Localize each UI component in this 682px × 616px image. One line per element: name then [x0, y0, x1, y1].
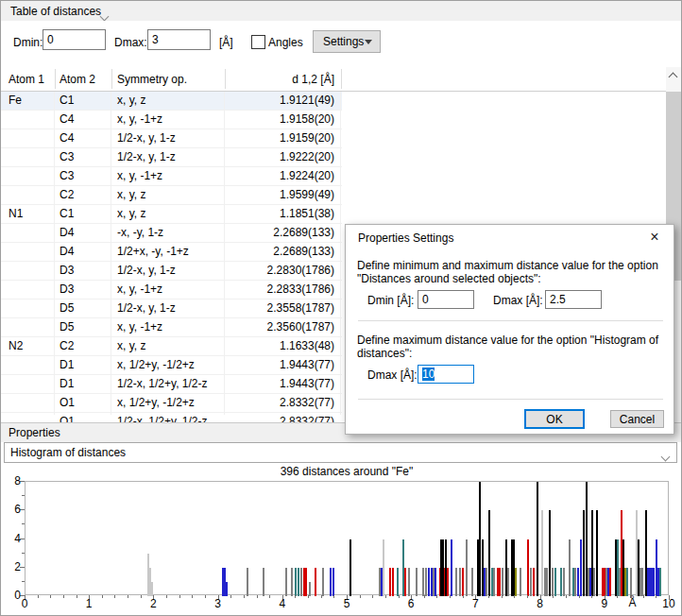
table-row[interactable]: D4-x, -y, 1-z2.2689(133) — [1, 224, 342, 243]
table-cell: 1.1633(48) — [225, 339, 334, 352]
histogram-bar — [583, 510, 585, 596]
histogram-bar — [462, 568, 464, 596]
x-tick-label: 10 — [659, 597, 678, 610]
table-cell: N2 — [9, 339, 51, 352]
table-cell: 1.9599(49) — [225, 188, 334, 201]
col-header-atom2[interactable]: Atom 2 — [60, 73, 95, 86]
dialog-dmin-input[interactable]: 0 — [418, 290, 474, 309]
x-tick — [566, 595, 567, 598]
panel-menu-chevron-icon[interactable] — [101, 9, 107, 15]
table-cell: C4 — [60, 112, 107, 126]
table-row[interactable]: C3x, y, -1+z1.9224(20) — [1, 167, 342, 186]
table-cell: 2.3560(1787) — [225, 320, 334, 334]
histogram-bar — [569, 539, 571, 597]
x-tick — [579, 595, 580, 598]
table-row[interactable]: D1x, 1/2+y, -1/2+z1.9443(77) — [1, 356, 342, 375]
histogram-bar — [530, 568, 532, 596]
col-header-symmetry[interactable]: Symmetry op. — [117, 73, 187, 86]
table-row[interactable]: D51/2-x, y, 1-z2.3558(1787) — [1, 299, 342, 318]
table-row[interactable]: D3x, y, -1+z2.2833(1786) — [1, 281, 342, 299]
histogram-bar — [580, 539, 582, 597]
col-header-distance[interactable]: d 1,2 [Å] — [225, 73, 334, 86]
x-tick — [269, 595, 270, 598]
x-tick — [192, 595, 193, 598]
table-cell: 1/2-x, y, 1-z — [117, 301, 221, 315]
table-cell: 1/2-x, y, 1-z — [117, 264, 221, 277]
properties-title: Properties — [9, 426, 60, 439]
histogram-bar — [322, 568, 324, 596]
dialog-dmax-label: Dmax [Å]: — [493, 294, 543, 307]
table-row[interactable]: C31/2-x, y, 1-z1.9222(20) — [1, 148, 342, 167]
y-tick-label: 2 — [4, 560, 21, 573]
x-tick — [295, 595, 296, 598]
x-tick — [424, 595, 425, 598]
angles-checkbox[interactable] — [251, 35, 265, 49]
x-tick — [591, 595, 592, 598]
dialog-hist-dmax-input[interactable]: 10 — [418, 365, 474, 384]
cancel-button[interactable]: Cancel — [610, 410, 664, 428]
dmax-label: Dmax: — [114, 36, 147, 49]
table-cell: D1 — [60, 377, 107, 390]
table-cell: Fe — [9, 94, 51, 107]
y-tick-label: 0 — [4, 589, 21, 602]
close-icon[interactable]: × — [645, 228, 664, 247]
settings-button[interactable]: Settings — [313, 30, 381, 53]
table-row[interactable]: N2C2x, y, z1.1633(48) — [1, 337, 342, 356]
x-tick — [38, 595, 39, 598]
x-tick — [205, 595, 206, 598]
x-tick — [656, 595, 656, 598]
table-cell: C1 — [60, 94, 107, 107]
x-tick — [321, 595, 322, 598]
x-tick-label: 3 — [209, 597, 228, 610]
table-row[interactable]: D11/2-x, 1/2+y, 1/2-z1.9443(77) — [1, 375, 342, 394]
dialog-dmin-label: Dmin [Å]: — [367, 294, 414, 307]
table-row[interactable]: C41/2-x, y, 1-z1.9159(20) — [1, 129, 342, 148]
table-row[interactable]: C2x, y, z1.9599(49) — [1, 186, 342, 205]
table-cell: D3 — [60, 282, 107, 296]
scrollbar-up-button[interactable] — [666, 67, 681, 83]
table-row[interactable]: N1C1x, y, z1.1851(38) — [1, 205, 342, 224]
table-cell: D5 — [60, 320, 107, 334]
histogram-bar — [563, 568, 565, 596]
dialog-dmax-input[interactable]: 2.5 — [545, 290, 602, 309]
y-tick-label: 8 — [4, 474, 21, 488]
table-cell: 2.2833(1786) — [225, 282, 334, 296]
x-tick — [230, 595, 231, 598]
table-row[interactable]: D5x, y, -1+z2.3560(1787) — [1, 318, 342, 337]
settings-button-label: Settings — [323, 35, 364, 48]
table-cell: x, y, -1+z — [117, 320, 221, 334]
y-tick-label: 6 — [4, 503, 21, 516]
table-cell: 1.9222(20) — [225, 150, 334, 163]
x-tick-label: 6 — [401, 597, 420, 610]
table-row[interactable]: FeC1x, y, z1.9121(49) — [1, 92, 342, 111]
table-row[interactable]: C4x, y, -1+z1.9158(20) — [1, 111, 342, 129]
histogram-bar — [560, 568, 562, 596]
x-tick — [360, 595, 361, 598]
histogram-bar — [520, 568, 521, 596]
dmax-input[interactable] — [147, 29, 211, 50]
dmin-input[interactable] — [43, 29, 106, 50]
table-cell: 1.9121(49) — [225, 94, 334, 107]
distance-toolbar: Dmin: Dmax: [Å] Angles Settings — [1, 21, 681, 67]
table-row[interactable]: O1x, 1/2+y, -1/2+z2.8332(77) — [1, 394, 342, 413]
histogram-bar — [574, 568, 576, 596]
table-row[interactable]: D31/2-x, y, 1-z2.2830(1786) — [1, 262, 342, 281]
histogram-bar — [428, 568, 430, 596]
ok-button[interactable]: OK — [524, 409, 585, 429]
table-row[interactable]: D41/2+x, -y, -1+z2.2689(133) — [1, 243, 342, 262]
col-header-atom1[interactable]: Atom 1 — [9, 73, 44, 86]
y-tick — [22, 523, 25, 524]
histogram-bar — [577, 568, 579, 596]
table-header-row: Atom 1 Atom 2 Symmetry op. d 1,2 [Å] — [1, 67, 666, 92]
table-cell: D3 — [60, 264, 107, 277]
histogram-bar — [533, 568, 535, 596]
x-tick-label: 9 — [595, 597, 614, 610]
x-tick — [643, 595, 644, 598]
histogram-bar — [151, 582, 153, 596]
properties-mode-select[interactable]: Histogram of distances — [4, 442, 677, 463]
histogram-bar — [554, 568, 556, 596]
table-cell: x, y, z — [117, 94, 221, 107]
table-panel-header: Table of distances — [1, 1, 681, 22]
histogram-bar — [546, 568, 548, 596]
table-cell: C2 — [60, 339, 107, 352]
